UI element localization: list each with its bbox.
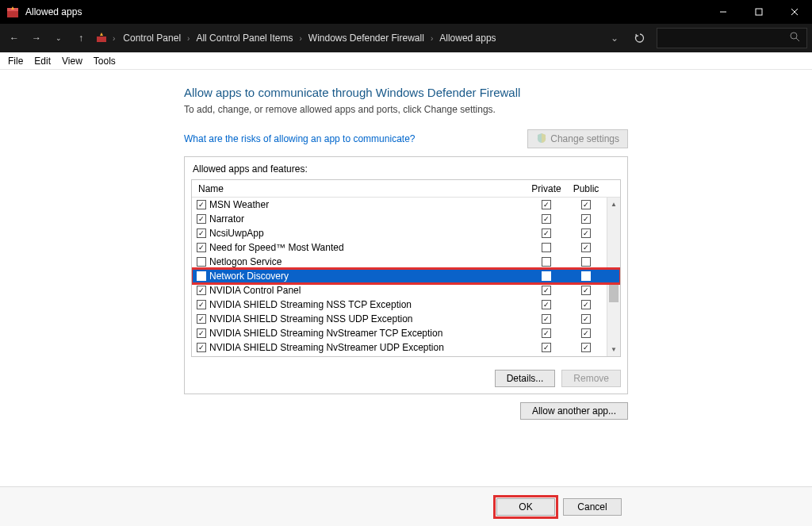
checkbox[interactable] <box>197 314 206 324</box>
app-name: Narrator <box>209 213 244 225</box>
content: Allow apps to communicate through Window… <box>0 70 812 420</box>
checkbox[interactable] <box>581 343 591 352</box>
checkbox[interactable] <box>581 328 591 338</box>
details-button[interactable]: Details... <box>495 370 556 387</box>
menu-view[interactable]: View <box>62 56 82 67</box>
list-label: Allowed apps and features: <box>185 157 627 179</box>
breadcrumb-sep: › <box>113 34 115 43</box>
checkbox[interactable] <box>542 214 551 224</box>
list-item[interactable]: NcsiUwpApp <box>192 226 620 240</box>
address-dropdown[interactable]: ⌄ <box>606 29 623 47</box>
list-item[interactable]: NVIDIA SHIELD Streaming NSS TCP Exceptio… <box>192 298 620 312</box>
app-name: Need for Speed™ Most Wanted <box>209 242 344 253</box>
checkbox[interactable] <box>581 257 591 267</box>
scroll-down-icon[interactable]: ▼ <box>607 343 620 356</box>
page-heading: Allow apps to communicate through Window… <box>184 86 628 99</box>
crumb-1[interactable]: All Control Panel Items <box>196 33 293 44</box>
checkbox[interactable] <box>542 343 551 352</box>
checkbox[interactable] <box>197 200 206 209</box>
ok-button[interactable]: OK <box>496 498 555 516</box>
app-name: NVIDIA SHIELD Streaming NSS TCP Exceptio… <box>209 299 412 310</box>
app-name: MSN Weather <box>209 199 269 210</box>
list-item[interactable]: Narrator <box>192 212 620 226</box>
navbar: ← → ⌄ ↑ › Control Panel› All Control Pan… <box>0 24 812 52</box>
checkbox[interactable] <box>197 228 206 238</box>
checkbox[interactable] <box>581 214 591 224</box>
firewall-small-icon <box>95 31 108 46</box>
close-button[interactable] <box>776 0 812 24</box>
menu-file[interactable]: File <box>8 56 23 67</box>
risk-link[interactable]: What are the risks of allowing an app to… <box>184 133 415 144</box>
checkbox[interactable] <box>542 228 551 238</box>
checkbox[interactable] <box>542 314 551 324</box>
checkbox[interactable] <box>542 257 551 267</box>
checkbox[interactable] <box>197 300 206 309</box>
page-subtext: To add, change, or remove allowed apps a… <box>184 104 628 115</box>
change-settings-label: Change settings <box>550 133 619 144</box>
scroll-up-icon[interactable]: ▲ <box>607 198 620 211</box>
checkbox[interactable] <box>542 286 551 295</box>
checkbox[interactable] <box>581 200 591 209</box>
checkbox[interactable] <box>197 214 206 224</box>
app-name: NVIDIA SHIELD Streaming NvStreamer TCP E… <box>209 328 442 339</box>
search-input[interactable] <box>657 28 807 48</box>
minimize-button[interactable] <box>705 0 741 24</box>
list-item[interactable]: NVIDIA SHIELD Streaming NvStreamer TCP E… <box>192 326 620 340</box>
menubar: File Edit View Tools <box>0 52 812 70</box>
menu-edit[interactable]: Edit <box>34 56 51 67</box>
crumb-3[interactable]: Allowed apps <box>439 33 496 44</box>
crumb-2[interactable]: Windows Defender Firewall <box>308 33 424 44</box>
shield-icon <box>536 132 547 146</box>
checkbox[interactable] <box>542 200 551 209</box>
forward-button[interactable]: → <box>27 29 46 48</box>
list-item[interactable]: Need for Speed™ Most Wanted <box>192 240 620 255</box>
list-item[interactable]: NVIDIA SHIELD Streaming NvStreamer UDP E… <box>192 340 620 355</box>
list-item[interactable]: NVIDIA Control Panel <box>192 283 620 298</box>
crumb-0[interactable]: Control Panel <box>123 33 181 44</box>
checkbox[interactable] <box>581 300 591 309</box>
maximize-button[interactable] <box>741 0 776 24</box>
checkbox[interactable] <box>542 328 551 338</box>
checkbox[interactable] <box>197 286 206 295</box>
remove-button[interactable]: Remove <box>561 370 621 387</box>
cancel-button[interactable]: Cancel <box>563 498 622 516</box>
back-button[interactable]: ← <box>5 29 24 48</box>
checkbox[interactable] <box>581 314 591 324</box>
list-item[interactable]: NVIDIA SHIELD Streaming NSS UDP Exceptio… <box>192 312 620 326</box>
menu-tools[interactable]: Tools <box>94 56 116 67</box>
change-settings-button[interactable]: Change settings <box>527 129 628 148</box>
search-icon <box>790 32 800 44</box>
checkbox[interactable] <box>542 271 551 281</box>
recent-dropdown[interactable]: ⌄ <box>49 29 68 48</box>
checkbox[interactable] <box>581 271 591 281</box>
checkbox[interactable] <box>197 243 206 252</box>
firewall-icon <box>6 6 19 18</box>
app-name: Network Discovery <box>209 271 289 282</box>
list-item[interactable]: Netlogon Service <box>192 255 620 269</box>
checkbox[interactable] <box>197 257 206 267</box>
svg-point-7 <box>791 33 797 39</box>
list-item[interactable]: NVIDIA SHIELD Streaming SSAS UDP Excepti… <box>192 355 620 356</box>
allowed-apps-group: Allowed apps and features: Name Private … <box>184 156 628 394</box>
checkbox[interactable] <box>581 228 591 238</box>
col-public[interactable]: Public <box>566 183 606 194</box>
col-name[interactable]: Name <box>192 183 527 194</box>
svg-rect-6 <box>97 36 106 42</box>
col-private[interactable]: Private <box>527 183 566 194</box>
titlebar: Allowed apps <box>0 0 812 24</box>
svg-line-8 <box>796 38 799 41</box>
checkbox[interactable] <box>197 271 206 281</box>
checkbox[interactable] <box>581 243 591 252</box>
checkbox[interactable] <box>542 300 551 309</box>
checkbox[interactable] <box>197 343 206 352</box>
up-button[interactable]: ↑ <box>71 29 90 48</box>
checkbox[interactable] <box>542 243 551 252</box>
refresh-button[interactable] <box>630 28 650 48</box>
list-item[interactable]: Network Discovery <box>192 269 620 283</box>
checkbox[interactable] <box>581 286 591 295</box>
allowed-apps-list[interactable]: Name Private Public MSN WeatherNarratorN… <box>191 179 621 357</box>
breadcrumb: Control Panel› All Control Panel Items› … <box>123 33 496 44</box>
allow-another-app-button[interactable]: Allow another app... <box>520 402 628 420</box>
list-item[interactable]: MSN Weather <box>192 198 620 212</box>
checkbox[interactable] <box>197 328 206 338</box>
